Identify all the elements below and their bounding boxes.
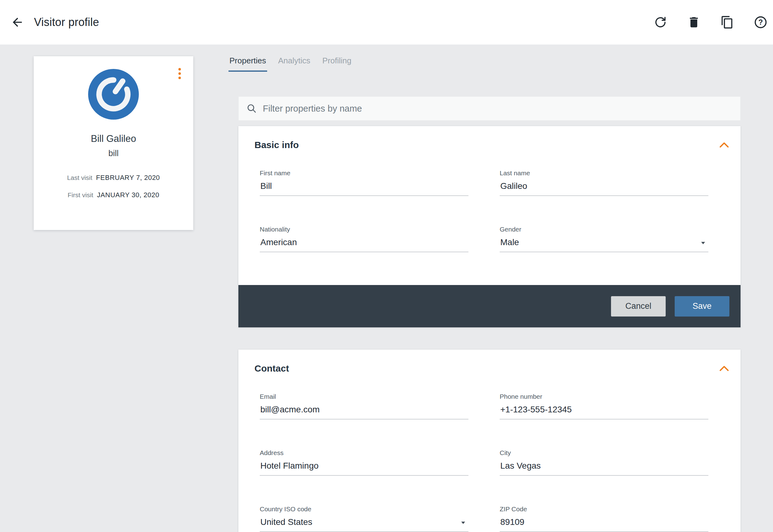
copy-button[interactable] bbox=[719, 14, 735, 30]
field-first-name: First name bbox=[260, 169, 468, 196]
filter-properties-input[interactable] bbox=[263, 104, 732, 114]
field-nationality: Nationality bbox=[260, 226, 468, 252]
zip-code-label: ZIP Code bbox=[500, 505, 708, 513]
profile-tabs: Properties Analytics Profiling bbox=[228, 56, 352, 72]
last-visit-label: Last visit bbox=[67, 174, 92, 181]
first-name-label: First name bbox=[260, 169, 468, 177]
contact-fields: Email Phone number Address City Country … bbox=[260, 393, 741, 532]
field-last-name: Last name bbox=[500, 169, 708, 196]
visitor-username: bill bbox=[108, 149, 118, 158]
field-phone-number: Phone number bbox=[500, 393, 708, 419]
basic-info-actions: Cancel Save bbox=[238, 285, 741, 327]
last-name-input[interactable] bbox=[500, 181, 708, 196]
card-menu-button[interactable] bbox=[176, 66, 183, 82]
svg-text:?: ? bbox=[758, 18, 763, 26]
arrow-left-icon bbox=[11, 15, 24, 29]
power-icon bbox=[88, 69, 139, 120]
trash-icon bbox=[687, 15, 701, 29]
top-bar: Visitor profile ? bbox=[0, 0, 773, 45]
chevron-up-icon bbox=[720, 366, 729, 371]
field-address: Address bbox=[260, 449, 468, 476]
address-label: Address bbox=[260, 449, 468, 457]
city-label: City bbox=[500, 449, 708, 457]
field-country-iso-code: Country ISO code bbox=[260, 505, 468, 532]
country-select[interactable] bbox=[260, 517, 468, 532]
tab-analytics[interactable]: Analytics bbox=[277, 56, 311, 72]
copy-icon bbox=[720, 15, 734, 29]
basic-info-fields: First name Last name Nationality Gender bbox=[260, 169, 741, 252]
basic-info-title: Basic info bbox=[254, 140, 299, 150]
field-zip-code: ZIP Code bbox=[500, 505, 708, 532]
country-iso-code-label: Country ISO code bbox=[260, 505, 468, 513]
gender-select[interactable] bbox=[500, 237, 708, 252]
help-icon: ? bbox=[754, 15, 767, 29]
gender-label: Gender bbox=[500, 226, 708, 233]
address-input[interactable] bbox=[260, 460, 468, 476]
kebab-menu-icon bbox=[178, 68, 181, 70]
basic-info-collapse-button[interactable] bbox=[717, 140, 731, 150]
field-gender: Gender bbox=[500, 226, 708, 252]
refresh-icon bbox=[654, 15, 667, 29]
nationality-input[interactable] bbox=[260, 237, 468, 252]
back-button[interactable] bbox=[9, 14, 25, 30]
first-visit-row: First visit JANUARY 30, 2020 bbox=[67, 191, 160, 199]
visitor-name: Bill Galileo bbox=[91, 133, 136, 144]
tab-profiling[interactable]: Profiling bbox=[322, 56, 352, 72]
city-input[interactable] bbox=[500, 460, 708, 476]
zip-code-input[interactable] bbox=[500, 517, 708, 532]
first-visit-label: First visit bbox=[68, 191, 93, 199]
contact-collapse-button[interactable] bbox=[717, 363, 731, 374]
visitor-card: Bill Galileo bill Last visit FEBRUARY 7,… bbox=[34, 56, 193, 230]
search-icon bbox=[247, 104, 257, 113]
contact-title: Contact bbox=[254, 363, 289, 374]
field-city: City bbox=[500, 449, 708, 476]
field-email: Email bbox=[260, 393, 468, 419]
visit-summary: Last visit FEBRUARY 7, 2020 First visit … bbox=[67, 174, 160, 199]
tab-properties[interactable]: Properties bbox=[228, 56, 267, 72]
phone-number-input[interactable] bbox=[500, 404, 708, 419]
last-visit-value: FEBRUARY 7, 2020 bbox=[96, 174, 160, 182]
visitor-profile-page: Visitor profile ? bbox=[0, 0, 773, 532]
top-bar-actions: ? bbox=[652, 14, 773, 30]
avatar bbox=[88, 69, 139, 120]
basic-info-header: Basic info bbox=[238, 126, 741, 150]
help-button[interactable]: ? bbox=[753, 14, 769, 30]
refresh-button[interactable] bbox=[652, 14, 668, 30]
last-name-label: Last name bbox=[500, 169, 708, 177]
contact-header: Contact bbox=[238, 350, 741, 374]
section-basic-info: Basic info First name Last name National… bbox=[238, 126, 741, 327]
chevron-up-icon bbox=[720, 142, 729, 148]
phone-number-label: Phone number bbox=[500, 393, 708, 400]
last-visit-row: Last visit FEBRUARY 7, 2020 bbox=[67, 174, 160, 182]
filter-bar bbox=[238, 96, 741, 121]
email-input[interactable] bbox=[260, 404, 468, 419]
delete-button[interactable] bbox=[686, 14, 702, 30]
section-contact: Contact Email Phone number Address City bbox=[238, 350, 741, 532]
first-visit-value: JANUARY 30, 2020 bbox=[97, 191, 160, 199]
first-name-input[interactable] bbox=[260, 181, 468, 196]
nationality-label: Nationality bbox=[260, 226, 468, 233]
email-label: Email bbox=[260, 393, 468, 400]
cancel-button[interactable]: Cancel bbox=[611, 296, 666, 317]
save-button[interactable]: Save bbox=[675, 296, 729, 317]
page-title: Visitor profile bbox=[34, 16, 99, 29]
